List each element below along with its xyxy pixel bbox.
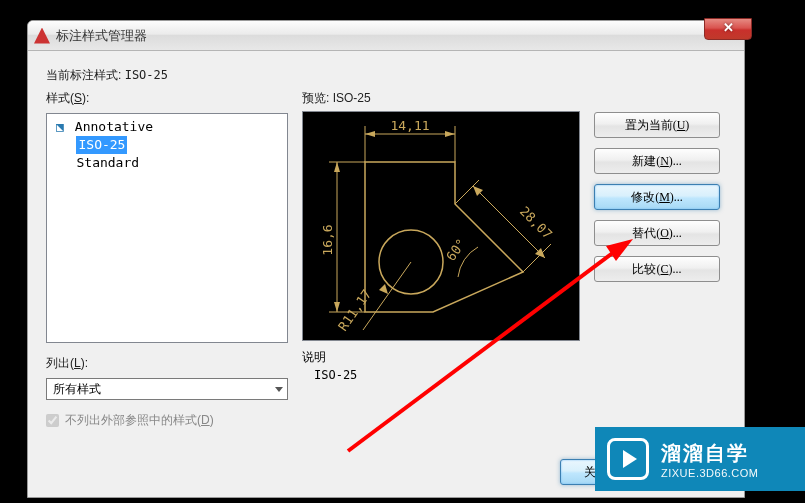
preview-label: 预览: ISO-25 [302,90,580,107]
brand-en: ZIXUE.3D66.COM [661,467,758,479]
hide-xref-label: 不列出外部参照中的样式(D) [65,412,214,429]
svg-text:16,6: 16,6 [320,224,335,255]
preview-box: 14,11 16,6 28,07 [302,111,580,341]
list-item[interactable]: ISO-25 [53,136,281,154]
left-column: 样式(S): ⬔ Annotative ISO-25 Standard 列出(L… [46,90,288,429]
middle-column: 预览: ISO-25 14,11 [302,90,580,429]
brand-cn: 溜溜自学 [661,440,758,467]
description-group: 说明 ISO-25 [302,349,580,382]
close-icon[interactable]: ✕ [704,18,752,40]
svg-text:R11,17: R11,17 [335,287,374,334]
brand-watermark: 溜溜自学 ZIXUE.3D66.COM [595,427,805,491]
current-style-row: 当前标注样式: ISO-25 [46,67,726,84]
styles-listbox[interactable]: ⬔ Annotative ISO-25 Standard [46,113,288,343]
override-button[interactable]: 替代(O)... [594,220,720,246]
svg-marker-21 [379,284,388,294]
chevron-down-icon [275,387,283,392]
hide-xref-checkbox-row: 不列出外部参照中的样式(D) [46,412,288,429]
titlebar[interactable]: 标注样式管理器 ✕ [28,21,744,51]
description-label: 说明 [302,349,580,366]
list-item[interactable]: Standard [53,154,281,172]
styles-label: 样式(S): [46,90,288,107]
description-value: ISO-25 [302,368,580,382]
svg-line-14 [455,180,479,204]
svg-line-15 [523,244,551,272]
play-icon [607,438,649,480]
svg-marker-11 [334,302,340,312]
list-item[interactable]: ⬔ Annotative [53,118,281,136]
list-filter-group: 列出(L): 所有样式 [46,355,288,400]
right-button-column: 置为当前(U) 新建(N)... 修改(M)... 替代(O)... 比较(C)… [594,90,720,429]
dialog-title: 标注样式管理器 [56,27,147,45]
list-label: 列出(L): [46,355,288,372]
annotative-icon: ⬔ [53,118,67,136]
list-item-label: ISO-25 [76,136,127,154]
preview-svg: 14,11 16,6 28,07 [303,112,579,340]
new-button[interactable]: 新建(N)... [594,148,720,174]
modify-button[interactable]: 修改(M)... [594,184,720,210]
list-item-label: Annotative [75,119,153,134]
hide-xref-checkbox[interactable] [46,414,59,427]
current-style-label: 当前标注样式: [46,68,125,82]
dropdown-value: 所有样式 [53,381,101,398]
svg-marker-5 [445,131,455,137]
app-icon [34,28,50,44]
svg-text:14,11: 14,11 [390,118,429,133]
list-filter-dropdown[interactable]: 所有样式 [46,378,288,400]
svg-marker-10 [334,162,340,172]
svg-marker-4 [365,131,375,137]
set-current-button[interactable]: 置为当前(U) [594,112,720,138]
compare-button[interactable]: 比较(C)... [594,256,720,282]
list-item-label: Standard [76,155,139,170]
current-style-value: ISO-25 [125,68,168,82]
